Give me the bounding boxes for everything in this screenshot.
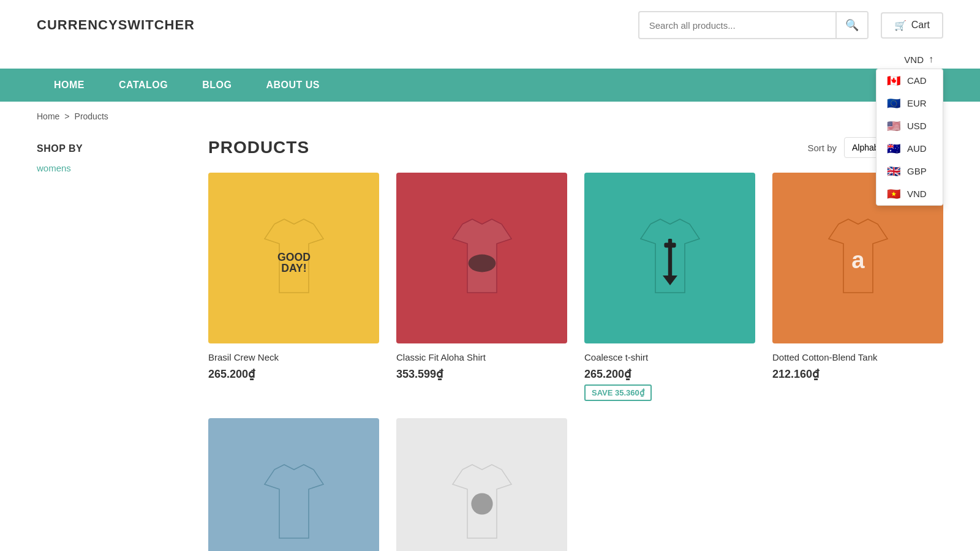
currency-dropdown: 🇨🇦 CAD 🇪🇺 EUR 🇺🇸 USD 🇦🇺 AUD 🇬🇧 GBP 🇻🇳 <box>876 69 943 206</box>
currency-selected[interactable]: VND ↑ <box>894 50 943 69</box>
product-price: 265.200₫ <box>208 367 379 381</box>
products-title: PRODUCTS <box>208 138 309 157</box>
product-card[interactable]: GOOD DAY! Brasil Crew Neck 265.200₫ <box>208 173 379 401</box>
product-price: 212.160₫ <box>772 367 943 381</box>
product-card[interactable]: Blue Crew Neck 265.200₫ <box>208 418 379 551</box>
product-image <box>396 173 567 343</box>
currency-arrow: ↑ <box>929 54 933 65</box>
breadcrumb-current: Products <box>75 111 108 121</box>
gbp-label: GBP <box>907 166 927 176</box>
svg-text:a: a <box>851 247 865 273</box>
product-grid: GOOD DAY! Brasil Crew Neck 265.200₫ Clas… <box>208 173 943 551</box>
breadcrumb-sep: > <box>64 111 69 121</box>
vnd-flag: 🇻🇳 <box>886 189 901 199</box>
tshirt-svg <box>245 455 343 552</box>
cad-label: CAD <box>907 75 927 86</box>
cad-flag: 🇨🇦 <box>886 76 901 86</box>
usd-flag: 🇺🇸 <box>886 121 901 131</box>
product-name: Brasil Crew Neck <box>208 352 379 362</box>
search-input[interactable] <box>639 14 835 37</box>
save-badge: SAVE 35.360₫ <box>584 384 652 401</box>
currency-option-gbp[interactable]: 🇬🇧 GBP <box>876 160 943 182</box>
sidebar-womens[interactable]: womens <box>37 163 71 173</box>
breadcrumb-home[interactable]: Home <box>37 111 59 121</box>
nav-blog[interactable]: BLOG <box>185 69 249 102</box>
currency-area: VND ↑ 🇨🇦 CAD 🇪🇺 EUR 🇺🇸 USD 🇦🇺 AUD 🇬 <box>0 50 980 69</box>
eur-label: EUR <box>907 98 927 108</box>
cart-icon: 🛒 <box>894 20 907 31</box>
search-button[interactable]: 🔍 <box>835 12 867 38</box>
currency-option-cad[interactable]: 🇨🇦 CAD <box>876 69 943 92</box>
tshirt-svg <box>433 455 531 552</box>
svg-point-13 <box>471 493 492 514</box>
products-header: PRODUCTS Sort by Alphabetically, A-Z Alp… <box>208 137 943 158</box>
product-card[interactable]: White Graphic Tee 212.160₫ <box>396 418 567 551</box>
product-image <box>584 173 755 343</box>
search-bar: 🔍 <box>638 11 869 39</box>
nav-catalog[interactable]: CATALOG <box>102 69 185 102</box>
product-price: 265.200₫ <box>584 367 755 381</box>
currency-option-aud[interactable]: 🇦🇺 AUD <box>876 137 943 160</box>
sort-label: Sort by <box>807 143 837 153</box>
product-name: Coalesce t-shirt <box>584 352 755 362</box>
sidebar: SHOP BY womens <box>37 131 208 551</box>
products-area: PRODUCTS Sort by Alphabetically, A-Z Alp… <box>208 131 943 551</box>
svg-text:GOOD: GOOD <box>277 251 311 263</box>
product-image <box>208 418 379 551</box>
currency-dropdown-container: VND ↑ 🇨🇦 CAD 🇪🇺 EUR 🇺🇸 USD 🇦🇺 AUD 🇬 <box>894 50 943 69</box>
currency-option-usd[interactable]: 🇺🇸 USD <box>876 114 943 137</box>
aud-flag: 🇦🇺 <box>886 144 901 154</box>
product-card[interactable]: Coalesce t-shirt 265.200₫ SAVE 35.360₫ <box>584 173 755 401</box>
vnd-label: VND <box>907 189 927 199</box>
cart-button[interactable]: 🛒 Cart <box>881 12 943 39</box>
tshirt-svg: GOOD DAY! <box>245 209 343 307</box>
header: CURRENCYSWITCHER 🔍 🛒 Cart <box>0 0 980 50</box>
product-card[interactable]: a Dotted Cotton-Blend Tank 212.160₫ <box>772 173 943 401</box>
product-card[interactable]: Classic Fit Aloha Shirt 353.599₫ <box>396 173 567 401</box>
product-name: Classic Fit Aloha Shirt <box>396 352 567 362</box>
usd-label: USD <box>907 121 927 131</box>
main-content: SHOP BY womens PRODUCTS Sort by Alphabet… <box>0 131 980 551</box>
nav-home[interactable]: HOME <box>37 69 102 102</box>
svg-rect-8 <box>664 242 676 247</box>
tshirt-svg <box>621 209 719 307</box>
product-price: 353.599₫ <box>396 367 567 381</box>
tshirt-svg <box>433 209 531 307</box>
svg-marker-11 <box>265 465 323 538</box>
currency-code: VND <box>904 54 924 65</box>
svg-text:DAY!: DAY! <box>281 262 306 274</box>
currency-option-eur[interactable]: 🇪🇺 EUR <box>876 92 943 114</box>
header-right: 🔍 🛒 Cart <box>638 11 943 39</box>
product-image: GOOD DAY! <box>208 173 379 343</box>
breadcrumb: Home > Products <box>0 102 980 131</box>
shop-by-title: SHOP BY <box>37 143 208 154</box>
brand-name: CURRENCYSWITCHER <box>37 17 195 33</box>
svg-point-4 <box>468 254 496 272</box>
product-name: Dotted Cotton-Blend Tank <box>772 352 943 362</box>
gbp-flag: 🇬🇧 <box>886 167 901 176</box>
cart-label: Cart <box>911 20 930 31</box>
aud-label: AUD <box>907 143 927 154</box>
nav-about[interactable]: ABOUT US <box>249 69 337 102</box>
eur-flag: 🇪🇺 <box>886 99 901 108</box>
tshirt-svg: a <box>809 209 907 307</box>
currency-option-vnd[interactable]: 🇻🇳 VND <box>876 182 943 205</box>
navigation: HOME CATALOG BLOG ABOUT US <box>0 69 980 102</box>
product-image <box>396 418 567 551</box>
